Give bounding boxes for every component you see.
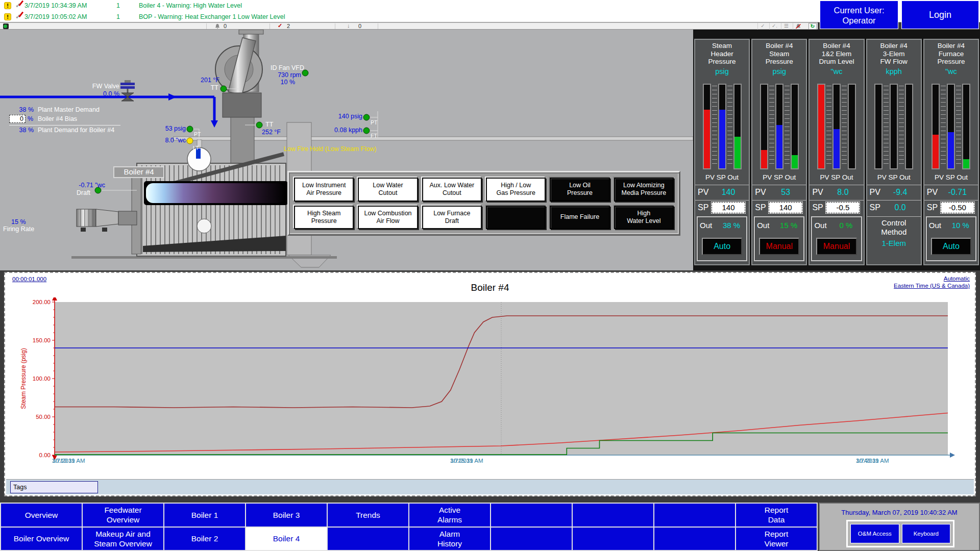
ack-button-icon[interactable]: ✓ — [757, 23, 768, 30]
pv-bar-fill — [818, 85, 824, 168]
trip-button-low-atomizing-media-pressure[interactable]: Low AtomizingMedia Pressure — [614, 178, 674, 202]
trip-button-low-oil-pressure[interactable]: Low OilPressure — [550, 178, 609, 202]
boiler4-bias-input[interactable]: 0 — [9, 115, 26, 123]
sp-input[interactable]: 140 — [712, 202, 745, 213]
trip-button-low-instrument-air-pressure[interactable]: Low InstrumentAir Pressure — [294, 178, 354, 202]
svg-text:100.00: 100.00 — [33, 375, 51, 382]
nav-overview[interactable]: Overview — [1, 504, 82, 527]
nav-blank[interactable] — [491, 504, 572, 527]
current-user-button[interactable]: Current User: Operator — [820, 1, 898, 29]
acked-alarm-count: 2 — [287, 23, 290, 29]
sp-input[interactable]: -0.5 — [826, 202, 860, 213]
nav-report-viewer[interactable]: ReportViewer — [736, 528, 817, 550]
bar-scale — [941, 86, 946, 167]
divider — [810, 200, 863, 201]
nav-boiler-3[interactable]: Boiler 3 — [246, 504, 327, 527]
nav-blank[interactable] — [328, 528, 408, 550]
sp-bar-fill — [719, 110, 725, 168]
steam-pressure-tag: PT — [371, 119, 377, 126]
sp-row: SP140 — [695, 202, 749, 214]
nav-report-data[interactable]: ReportData — [736, 504, 817, 527]
firing-rate-label: Firing Rate — [3, 226, 34, 233]
pv-row: PV8.0 — [810, 187, 863, 199]
tags-box[interactable]: Tags — [10, 481, 98, 493]
pv-row: PV-0.71 — [924, 187, 978, 199]
inlet-temp-tag: TT — [204, 84, 218, 91]
out-bar — [733, 84, 742, 169]
ack-icon: ✓ — [15, 13, 23, 20]
gauge-bars — [810, 84, 863, 169]
trip-button-high-water-level[interactable]: HighWater Level — [614, 206, 674, 230]
sp-row: SP140 — [752, 202, 806, 214]
gauge-bars — [752, 84, 806, 169]
alarm-message: Boiler 4 - Warning: High Water Level — [139, 2, 242, 9]
toolbar-separator — [378, 23, 378, 29]
login-button[interactable]: Login — [901, 1, 979, 29]
trip-button-low-water-cutout[interactable]: Low WaterCutout — [358, 178, 418, 202]
nav-boiler-1[interactable]: Boiler 1 — [164, 504, 245, 527]
trip-button-blank[interactable] — [486, 206, 546, 230]
alarm-message: BOP - Warning: Heat Exchanger 1 Low Wate… — [139, 13, 285, 20]
refresh-icon[interactable]: ↻ — [808, 23, 817, 30]
nav-active-alarms[interactable]: ActiveAlarms — [409, 504, 490, 527]
id-fan-label: ID Fan VFD — [255, 64, 304, 71]
datetime-button-o-m-access[interactable]: O&M Access — [850, 524, 899, 543]
bar-scale — [899, 86, 904, 167]
datetime-panel: Thursday, March 07, 2019 10:40:32 AM O&M… — [819, 503, 980, 551]
hold-message: Low Fire Hold (Low Steam Flow) — [284, 145, 376, 153]
trend-duration-link[interactable]: 00:00:01.000 — [12, 276, 46, 282]
silence-bell-icon[interactable] — [793, 23, 803, 30]
nav-boiler-4[interactable]: Boiler 4 — [246, 528, 327, 550]
nav-alarm-history[interactable]: AlarmHistory — [409, 528, 490, 550]
nav-blank[interactable] — [573, 504, 653, 527]
out-value: 0 % — [831, 221, 860, 230]
out-value: 38 % — [717, 221, 746, 230]
ack-all-button-icon[interactable]: ✓. — [769, 23, 779, 30]
gauge-title: SteamHeaderPressure — [695, 42, 749, 66]
plant-demand-value: 38 % — [9, 127, 34, 134]
tags-strip: Tags — [6, 479, 974, 494]
nav-boiler-overview[interactable]: Boiler Overview — [1, 528, 82, 550]
trip-button-low-furnace-draft[interactable]: Low FurnaceDraft — [422, 206, 482, 230]
mode-button[interactable]: Auto — [702, 238, 742, 255]
nav-makeup-air-and-steam-overview[interactable]: Makeup Air andSteam Overview — [83, 528, 163, 550]
nav-blank[interactable] — [491, 528, 572, 550]
current-user-name: Operator — [842, 16, 875, 25]
trend-mode-link[interactable]: Automatic — [894, 275, 970, 282]
nav-feedwater-overview[interactable]: FeedwaterOverview — [83, 504, 163, 527]
pv-value: -0.71 — [942, 188, 973, 197]
alarm-list-icon[interactable]: ☰ — [781, 23, 791, 30]
trip-button-aux-low-water-cutout[interactable]: Aux. Low WaterCutout — [422, 178, 482, 202]
sp-label: SP — [927, 203, 938, 212]
sp-bar — [832, 84, 841, 169]
nav-blank[interactable] — [654, 504, 735, 527]
mode-button[interactable]: Manual — [816, 238, 856, 255]
gauge-title: Boiler #41&2 ElemDrum Level — [810, 42, 863, 66]
trip-button-high-low-gas-pressure[interactable]: High / LowGas Pressure — [486, 178, 546, 202]
trip-button-flame-failure[interactable]: Flame Failure — [550, 206, 609, 230]
datetime-button-keyboard[interactable]: Keyboard — [902, 524, 951, 543]
output-box: Out15 %Manual — [754, 216, 804, 261]
control-method-value: 1-Elem — [867, 239, 921, 248]
pv-sp-out-label: PV SP Out — [867, 173, 921, 181]
divider — [924, 185, 978, 185]
drum-pressure-value: 53 psig — [162, 125, 186, 132]
pv-sp-out-label: PV SP Out — [810, 173, 863, 181]
alarm-log-icon[interactable] — [3, 23, 9, 29]
mode-button[interactable]: Auto — [931, 238, 971, 255]
sp-input[interactable]: 140 — [769, 202, 802, 213]
trip-button-high-steam-pressure[interactable]: High SteamPressure — [294, 206, 354, 230]
nav-blank[interactable] — [654, 528, 735, 550]
pv-label: PV — [698, 188, 708, 197]
nav-blank[interactable] — [573, 528, 653, 550]
mode-button[interactable]: Manual — [759, 238, 799, 255]
nav-boiler-2[interactable]: Boiler 2 — [164, 528, 245, 550]
gauge-unit: kpph — [867, 67, 921, 76]
nav-trends[interactable]: Trends — [328, 504, 408, 527]
boiler4-bias-label: Boiler #4 Bias — [38, 115, 77, 122]
trip-button-low-combustion-air-flow[interactable]: Low CombustionAir Flow — [358, 206, 418, 230]
sp-bar-fill — [776, 125, 782, 168]
ack-icon: ✓ — [15, 2, 23, 9]
sp-input[interactable]: -0.50 — [941, 202, 974, 213]
ack-alarm-icon: ✓ — [278, 22, 282, 29]
